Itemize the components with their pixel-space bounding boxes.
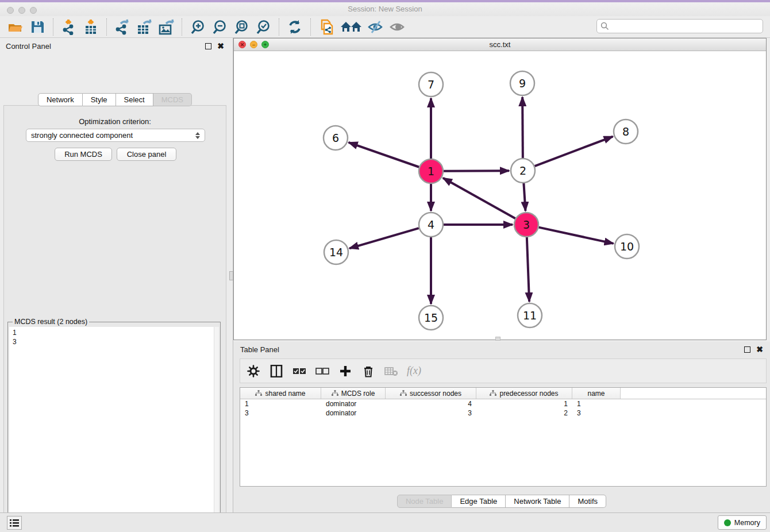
column-header-predecessor-nodes[interactable]: predecessor nodes [476, 388, 572, 399]
float-table-panel-icon[interactable] [744, 346, 750, 353]
graph-node-7[interactable]: 7 [419, 72, 443, 97]
show-panels-button[interactable] [388, 18, 407, 36]
graph-node-1[interactable]: 1 [419, 159, 443, 183]
column-type-icon [400, 390, 407, 396]
network-canvas[interactable]: 7968124314101511 [234, 51, 766, 340]
maximize-window-button[interactable] [30, 7, 37, 14]
node-label: 6 [332, 132, 339, 144]
open-session-button[interactable] [6, 18, 25, 36]
tab-node-table[interactable]: Node Table [397, 495, 452, 508]
table-row[interactable]: 1dominator411 [240, 399, 766, 408]
column-label: successor nodes [410, 390, 461, 398]
tab-network[interactable]: Network [38, 93, 83, 106]
node-label: 9 [519, 77, 526, 90]
edge-3-1[interactable] [443, 178, 515, 219]
edge-2-3[interactable] [523, 183, 525, 211]
zoom-in-button[interactable] [188, 18, 207, 36]
export-image-button[interactable] [156, 18, 176, 36]
result-scrollbar[interactable] [214, 327, 219, 532]
hide-panels-button[interactable] [366, 18, 386, 36]
function-builder-button[interactable]: f(x) [407, 365, 421, 377]
tab-select[interactable]: Select [116, 93, 153, 106]
edge-2-8[interactable] [535, 137, 613, 167]
column-type-icon [490, 390, 496, 396]
delete-row-button[interactable] [361, 364, 376, 379]
column-header-mcds-role[interactable]: MCDS role [321, 388, 386, 399]
export-network-button[interactable] [113, 18, 132, 36]
close-window-button[interactable] [7, 7, 14, 14]
table-row[interactable]: 3dominator323 [240, 408, 766, 418]
toolbar-separator [53, 18, 53, 36]
graph-node-3[interactable]: 3 [514, 213, 538, 237]
clone-network-button[interactable] [317, 18, 336, 36]
column-header-name[interactable]: name [572, 388, 621, 399]
close-table-panel-icon[interactable]: ✖ [756, 346, 763, 353]
deselect-all-rows-button[interactable] [315, 364, 330, 379]
network-close-button[interactable]: ✕ [238, 41, 246, 48]
close-panel-button[interactable]: Close panel [117, 148, 176, 161]
float-panel-icon[interactable] [205, 43, 211, 49]
run-mcds-button[interactable]: Run MCDS [55, 148, 112, 161]
zoom-selected-button[interactable] [253, 18, 273, 36]
tab-edge-table[interactable]: Edge Table [452, 495, 506, 508]
splitter-handle[interactable] [229, 271, 233, 280]
edge-4-14[interactable] [349, 228, 419, 248]
mcds-result-list[interactable]: 1 3 [9, 327, 219, 532]
edge-1-2[interactable] [444, 171, 509, 171]
graph-node-9[interactable]: 9 [510, 71, 534, 95]
node-label: 15 [424, 311, 438, 324]
tab-mcds[interactable]: MCDS [153, 93, 192, 106]
column-header-shared-name[interactable]: shared name [240, 388, 321, 399]
graph-node-2[interactable]: 2 [511, 159, 535, 183]
select-all-rows-button[interactable] [292, 364, 307, 379]
zoom-out-button[interactable] [210, 18, 229, 36]
network-resize-handle[interactable] [495, 337, 500, 341]
graph-node-10[interactable]: 10 [615, 234, 639, 259]
cell-name: 3 [572, 409, 621, 417]
export-image-icon [157, 19, 175, 35]
tab-style[interactable]: Style [83, 93, 116, 106]
import-table-button[interactable] [81, 18, 101, 36]
minimize-window-button[interactable] [18, 7, 25, 14]
toolbar-separator [279, 18, 279, 36]
task-history-button[interactable] [7, 516, 22, 530]
clone-network-icon [318, 18, 334, 36]
graph-node-14[interactable]: 14 [324, 240, 348, 264]
criterion-dropdown[interactable]: strongly connected component [26, 129, 205, 142]
column-header-successor-nodes[interactable]: successor nodes [386, 388, 476, 399]
node-label: 7 [428, 78, 434, 91]
column-type-icon [332, 390, 338, 396]
add-row-button[interactable] [338, 364, 353, 379]
close-panel-icon[interactable]: ✖ [217, 43, 224, 49]
tab-network-table[interactable]: Network Table [506, 495, 569, 508]
graph-node-8[interactable]: 8 [614, 119, 638, 144]
graph-node-6[interactable]: 6 [324, 126, 348, 150]
save-session-button[interactable] [28, 18, 47, 36]
import-network-button[interactable] [59, 18, 79, 36]
table-settings-button[interactable] [246, 364, 261, 379]
column-layout-button[interactable] [269, 364, 284, 379]
zoom-fit-button[interactable] [232, 18, 251, 36]
refresh-view-button[interactable] [285, 18, 305, 36]
cell-shared-name: 3 [240, 409, 321, 417]
search-input[interactable] [609, 21, 763, 32]
graph-node-4[interactable]: 4 [419, 213, 443, 237]
tab-motifs[interactable]: Motifs [569, 495, 606, 508]
network-minimize-button[interactable]: – [250, 41, 257, 48]
export-table-button[interactable] [134, 18, 154, 36]
network-window-titlebar[interactable]: ✕ – + scc.txt [234, 38, 766, 51]
graph-node-11[interactable]: 11 [518, 303, 542, 327]
edge-1-6[interactable] [349, 142, 419, 167]
delete-table-button[interactable] [384, 364, 399, 379]
graph-node-15[interactable]: 15 [419, 306, 443, 330]
memory-button[interactable]: Memory [718, 515, 767, 530]
edge-2-9[interactable] [522, 97, 523, 158]
edge-3-10[interactable] [538, 228, 613, 244]
network-view-window: ✕ – + scc.txt 7968124314101511 [233, 38, 767, 340]
table-panel: Table Panel ✖ [233, 342, 770, 512]
edge-3-11[interactable] [527, 237, 529, 302]
control-panel-title: Control Panel [6, 42, 205, 51]
home-button[interactable] [338, 18, 364, 36]
column-label: MCDS role [341, 390, 375, 398]
network-maximize-button[interactable]: + [261, 41, 269, 48]
